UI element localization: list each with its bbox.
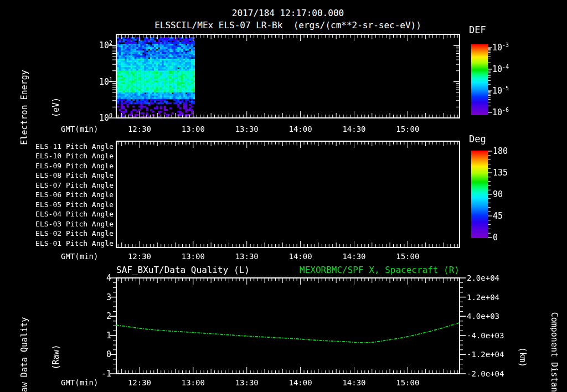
time-tick-label: 14:30: [342, 378, 365, 387]
colorbar-title-deg: Deg: [469, 133, 486, 145]
time-tick-label: 14:00: [289, 252, 312, 261]
series-title-data-quality: SAF_BXuT/Data Quality (L): [116, 265, 250, 275]
pitch-angle-row-label: ELS-04 Pitch Angle: [0, 210, 114, 218]
pitch-angle-row-label: ELS-05 Pitch Angle: [0, 200, 114, 209]
time-tick-label: 13:00: [182, 125, 205, 133]
x-axis-label-gmt: GMT(min): [61, 125, 98, 133]
energy-tick-label: 102: [82, 40, 112, 50]
time-tick-label: 14:00: [289, 125, 312, 133]
energy-tick-label: 101: [82, 76, 112, 87]
deg-colorbar-label: 135: [493, 168, 508, 178]
electron-energy-spectrogram-canvas: [117, 37, 195, 117]
page-title-timestamp: 2017/184 12:17:00.000: [232, 8, 344, 18]
def-colorbar-label: 10-6: [492, 107, 509, 117]
deg-colorbar-label: 180: [493, 146, 508, 156]
pitch-angle-row-label: ELS-03 Pitch Angle: [0, 220, 114, 228]
def-colorbar-label: 10-4: [492, 64, 509, 74]
quality-tick-label: -1: [81, 369, 111, 379]
y-axis-label-component-distance: Component Distance (km): [496, 285, 567, 392]
deg-colorbar-label: 45: [493, 211, 503, 221]
def-colorbar-label: 10-3: [492, 42, 509, 53]
quality-tick-label: 1: [81, 331, 111, 341]
plot-window: 2017/184 12:17:00.000 ELSSCIL/MEx ELS-07…: [0, 0, 567, 392]
quality-tick-label: 0: [81, 349, 111, 359]
quality-tick-label: 3: [81, 292, 111, 302]
def-colorbar: [471, 44, 488, 115]
distance-tick-label: 1.2e+04: [467, 293, 499, 302]
energy-tick-label: 100: [82, 112, 112, 123]
distance-tick-label: -1.2e+04: [467, 350, 504, 359]
time-tick-label: 15:00: [396, 378, 419, 387]
quality-tick-label: 4: [81, 273, 111, 283]
x-axis-label-gmt: GMT(min): [61, 378, 98, 387]
pitch-angle-row-label: ELS-07 Pitch Angle: [0, 181, 114, 189]
time-tick-label: 12:30: [128, 125, 151, 133]
time-tick-label: 12:30: [128, 252, 151, 261]
quality-tick-label: 2: [81, 311, 111, 321]
series-title-spacecraft-x: MEXORBMC/SPF X, Spacecraft (R): [300, 265, 460, 275]
pitch-angle-row-label: ELS-06 Pitch Angle: [0, 190, 114, 199]
distance-tick-label: 2.0e+04: [467, 274, 499, 282]
distance-tick-label: -4.0e+03: [467, 331, 504, 340]
pitch-angle-row-label: ELS-09 Pitch Angle: [0, 162, 114, 170]
pitch-angle-row-label: ELS-08 Pitch Angle: [0, 171, 114, 179]
deg-colorbar-label: 0: [493, 233, 498, 243]
time-tick-label: 12:30: [128, 378, 151, 387]
time-tick-label: 13:30: [235, 125, 259, 133]
time-tick-label: 14:00: [289, 378, 312, 387]
pitch-angle-row-label: ELS-11 Pitch Angle: [0, 142, 114, 151]
deg-colorbar: [471, 151, 488, 238]
x-axis-label-gmt: GMT(min): [61, 252, 98, 261]
time-tick-label: 13:30: [235, 378, 259, 387]
deg-colorbar-label: 90: [493, 189, 503, 199]
line-panel-border: [116, 278, 460, 374]
distance-tick-label: 4.0e+03: [467, 312, 499, 321]
pitch-angle-row-label: ELS-10 Pitch Angle: [0, 152, 114, 160]
time-tick-label: 14:30: [342, 252, 365, 261]
time-tick-label: 13:00: [182, 378, 205, 387]
distance-tick-label: -2.0e+04: [467, 369, 504, 378]
time-tick-label: 14:30: [342, 125, 365, 133]
colorbar-title-def: DEF: [469, 24, 486, 35]
time-tick-label: 13:30: [235, 252, 259, 261]
pitch-angle-panel-border: [116, 141, 460, 247]
def-colorbar-label: 10-5: [492, 85, 509, 96]
pitch-angle-row-label: ELS-02 Pitch Angle: [0, 229, 114, 238]
time-tick-label: 13:00: [182, 252, 205, 261]
spacecraft-x-distance-curve: [116, 323, 460, 343]
time-tick-label: 15:00: [396, 125, 419, 133]
page-title-instrument: ELSSCIL/MEx ELS-07 LR-Bk (ergs/(cm**2-sr…: [154, 20, 421, 30]
time-tick-label: 15:00: [396, 252, 419, 261]
pitch-angle-row-label: ELS-01 Pitch Angle: [0, 239, 114, 247]
